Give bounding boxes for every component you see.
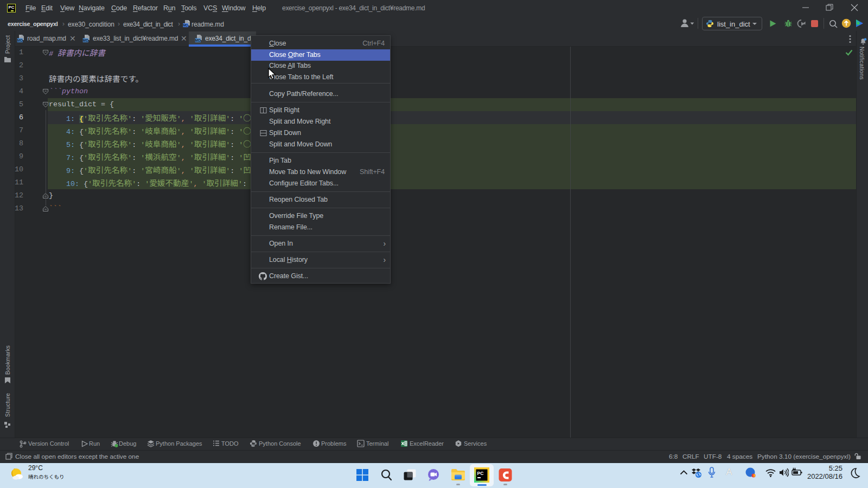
- svg-text:MD: MD: [195, 38, 201, 42]
- svg-text:PC: PC: [477, 471, 484, 476]
- svg-text:MD: MD: [82, 38, 88, 42]
- svg-text:MD: MD: [183, 23, 188, 27]
- svg-text:MD: MD: [17, 38, 23, 42]
